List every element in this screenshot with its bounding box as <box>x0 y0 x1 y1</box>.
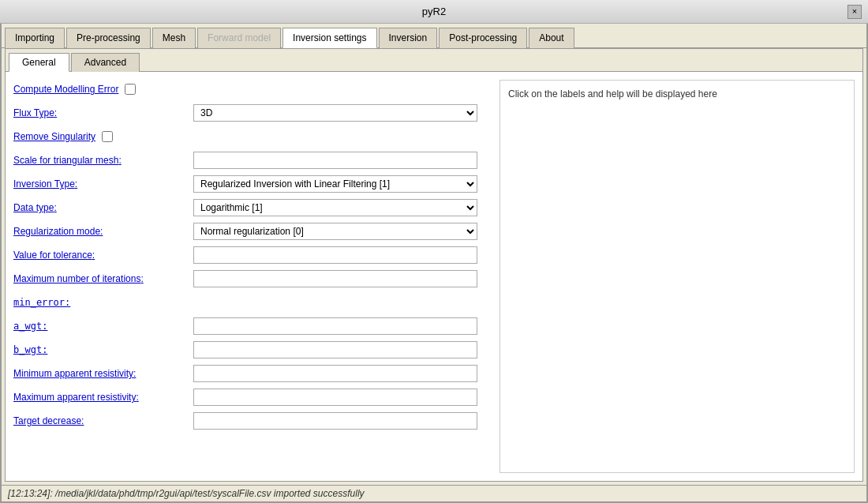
min-apparent-resistivity-input[interactable]: -1000 <box>193 365 477 382</box>
b-wgt-input[interactable]: 0.0 <box>193 341 477 358</box>
tab-forward-model: Forward model <box>197 28 281 48</box>
tab-post-processing[interactable]: Post-processing <box>439 28 527 48</box>
sub-tab-bar: General Advanced <box>6 49 862 72</box>
sub-tab-advanced[interactable]: Advanced <box>71 53 140 72</box>
main-tab-bar: Importing Pre-processing Mesh Forward mo… <box>2 24 866 48</box>
min-error-label[interactable]: min_error: <box>13 297 187 308</box>
min-error-row: min_error: <box>13 293 492 312</box>
max-apparent-resistivity-row: Maximum apparent resistivity: 1000 <box>13 388 492 407</box>
value-tolerance-row: Value for tolerance: 1.0 <box>13 246 492 265</box>
min-apparent-resistivity-label[interactable]: Minimum apparent resistivity: <box>13 368 187 379</box>
target-decrease-row: Target decrease: 0 <box>13 411 492 430</box>
a-wgt-input[interactable]: 0.0 <box>193 317 477 335</box>
b-wgt-row: b_wgt: 0.0 <box>13 340 492 359</box>
b-wgt-label[interactable]: b_wgt: <box>13 344 187 355</box>
remove-singularity-row: Remove Singularity <box>13 127 492 146</box>
data-type-label[interactable]: Data type: <box>13 202 187 213</box>
compute-modelling-error-checkbox[interactable] <box>125 84 136 95</box>
remove-singularity-label[interactable]: Remove Singularity <box>13 131 95 142</box>
regularization-mode-select[interactable]: Normal regularization [0] Smoothness [1] <box>193 223 477 240</box>
a-wgt-row: a_wgt: 0.0 <box>13 317 492 336</box>
max-apparent-resistivity-label[interactable]: Maximum apparent resistivity: <box>13 392 187 403</box>
scale-triangular-row: Scale for triangular mesh: 1.0 <box>13 151 492 170</box>
data-type-row: Data type: Logarithmic [1] Linear [0] <box>13 198 492 217</box>
flux-type-select[interactable]: 3D 2D <box>193 104 477 122</box>
compute-modelling-error-label[interactable]: Compute Modelling Error <box>13 84 118 95</box>
tab-importing[interactable]: Importing <box>5 28 65 48</box>
scale-triangular-input[interactable]: 1.0 <box>193 152 477 169</box>
tab-preprocessing[interactable]: Pre-processing <box>66 28 151 48</box>
regularization-mode-label[interactable]: Regularization mode: <box>13 226 187 237</box>
flux-type-row: Flux Type: 3D 2D <box>13 103 492 122</box>
scale-triangular-label[interactable]: Scale for triangular mesh: <box>13 155 187 166</box>
help-panel: Click on the labels and help will be dis… <box>499 80 855 473</box>
title-bar: pyR2 × <box>0 0 868 24</box>
panels-row: Compute Modelling Error Flux Type: 3D 2D… <box>6 72 862 481</box>
max-apparent-resistivity-input[interactable]: 1000 <box>193 389 477 406</box>
a-wgt-label[interactable]: a_wgt: <box>13 321 187 332</box>
regularization-mode-row: Regularization mode: Normal regularizati… <box>13 222 492 241</box>
data-type-select[interactable]: Logarithmic [1] Linear [0] <box>193 199 477 216</box>
content-area: General Advanced Compute Modelling Error… <box>5 48 863 482</box>
target-decrease-label[interactable]: Target decrease: <box>13 415 187 426</box>
status-text: [12:13:24]: /media/jkl/data/phd/tmp/r2gu… <box>8 488 365 499</box>
tab-about[interactable]: About <box>529 28 574 48</box>
max-iterations-label[interactable]: Maximum number of iterations: <box>13 273 187 284</box>
max-iterations-row: Maximum number of iterations: 10 <box>13 269 492 288</box>
value-tolerance-input[interactable]: 1.0 <box>193 246 477 264</box>
window-title: pyR2 <box>422 6 446 17</box>
max-iterations-input[interactable]: 10 <box>193 270 477 287</box>
help-text: Click on the labels and help will be dis… <box>508 88 717 99</box>
flux-type-label[interactable]: Flux Type: <box>13 107 187 118</box>
inversion-type-select[interactable]: Regularized Inversion with Linear Filter… <box>193 175 477 193</box>
left-panel: Compute Modelling Error Flux Type: 3D 2D… <box>13 80 492 473</box>
min-apparent-resistivity-row: Minimum apparent resistivity: -1000 <box>13 364 492 383</box>
close-button[interactable]: × <box>847 5 862 19</box>
remove-singularity-checkbox[interactable] <box>102 131 113 142</box>
sub-tab-general[interactable]: General <box>9 53 69 72</box>
inversion-type-row: Inversion Type: Regularized Inversion wi… <box>13 175 492 193</box>
tab-mesh[interactable]: Mesh <box>152 28 196 48</box>
target-decrease-input[interactable]: 0 <box>193 412 477 430</box>
tab-inversion[interactable]: Inversion <box>379 28 438 48</box>
inversion-type-label[interactable]: Inversion Type: <box>13 178 187 190</box>
status-bar: [12:13:24]: /media/jkl/data/phd/tmp/r2gu… <box>2 485 866 501</box>
main-window: Importing Pre-processing Mesh Forward mo… <box>0 24 868 503</box>
value-tolerance-label[interactable]: Value for tolerance: <box>13 250 187 261</box>
tab-inversion-settings[interactable]: Inversion settings <box>282 28 376 48</box>
compute-modelling-error-row: Compute Modelling Error <box>13 80 492 99</box>
